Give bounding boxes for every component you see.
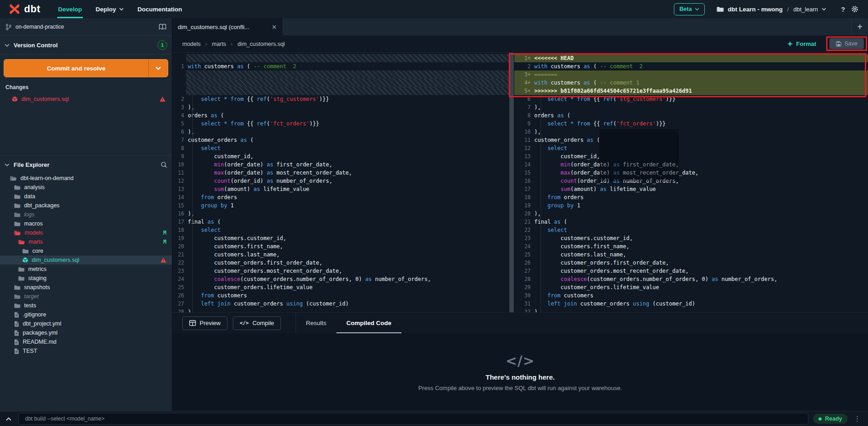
code-line[interactable]: 6 select * from {{ ref('stg_customers')}…	[514, 95, 868, 103]
code-line[interactable]: 14 from orders	[172, 193, 509, 201]
code-line[interactable]: 32)	[514, 308, 868, 312]
code-line[interactable]: 16 count(order_id) as number_of_orders,	[514, 177, 868, 185]
code-line[interactable]: 9 customer_id,	[172, 152, 509, 160]
code-line[interactable]: 30 from customers	[514, 291, 868, 300]
file-tree-item-macros[interactable]: macros	[0, 219, 172, 228]
code-line[interactable]: 9 select * from {{ ref('fct_orders')}}	[514, 120, 868, 128]
collapsed-diff-region[interactable]	[172, 79, 509, 87]
commit-options-caret[interactable]	[148, 60, 168, 77]
file-tree-item-analysis[interactable]: analysis	[0, 183, 172, 192]
code-line[interactable]: 22 customer_orders.first_order_date,	[172, 259, 509, 267]
code-line[interactable]: 25 customers.last_name,	[514, 251, 868, 259]
code-line[interactable]: 28)	[172, 308, 509, 312]
commit-button-label[interactable]: Commit and resolve	[4, 60, 148, 77]
code-line[interactable]: 18 select	[172, 226, 509, 234]
changed-file-dim-customers[interactable]: dim_customers.sql	[0, 94, 172, 104]
new-tab-button[interactable]: +	[851, 18, 868, 35]
tab-results[interactable]: Results	[296, 313, 336, 333]
file-tree-item-target[interactable]: target	[0, 292, 172, 301]
code-line[interactable]: 24 coalesce(customer_orders.number_of_or…	[172, 275, 509, 283]
code-line[interactable]: 27 customer_orders.most_recent_order_dat…	[514, 267, 868, 275]
git-branch-row[interactable]: on-demand-practice	[0, 18, 172, 36]
code-line[interactable]: 15 group by 1	[172, 201, 509, 210]
code-line[interactable]: 5+>>>>>>> b81f802a66fd544504c65721e3ffaa…	[514, 87, 868, 95]
code-line[interactable]: 20),	[514, 210, 868, 218]
file-tree-item-readme-md[interactable]: README.md	[0, 337, 172, 346]
code-line[interactable]: 27 left join customer_orders using (cust…	[172, 300, 509, 308]
collapsed-diff-region[interactable]	[172, 54, 509, 62]
code-line[interactable]: 1+<<<<<<< HEAD	[514, 54, 868, 62]
file-tree-item-models[interactable]: modelsM	[0, 228, 172, 237]
diff-pane-original[interactable]: 1with customers as ( -- comment 22 selec…	[172, 53, 509, 312]
nav-documentation[interactable]: Documentation	[130, 0, 189, 18]
code-line[interactable]: 23 customers.customer_id,	[514, 234, 868, 242]
code-line[interactable]: 2with customers as ( -- comment 2	[514, 62, 868, 70]
code-line[interactable]: 8orders as (	[514, 111, 868, 120]
code-line[interactable]: 4orders as (	[172, 111, 509, 120]
breadcrumb-marts[interactable]: marts	[212, 41, 226, 47]
code-line[interactable]: 10 min(order_date) as first_order_date,	[172, 160, 509, 169]
tab-dim-customers[interactable]: dim_customers.sql (confli... ×	[172, 18, 282, 35]
file-explorer-header[interactable]: File Explorer	[0, 155, 172, 174]
version-control-header[interactable]: Version Control 1	[0, 36, 172, 55]
nav-deploy[interactable]: Deploy	[89, 0, 130, 18]
diff-pane-modified[interactable]: 1+<<<<<<< HEAD2with customers as ( -- co…	[514, 53, 868, 312]
help-button[interactable]: ?	[837, 3, 849, 15]
file-tree-item-marts[interactable]: martsM	[0, 237, 172, 246]
nav-develop[interactable]: Develop	[51, 0, 89, 18]
code-line[interactable]: 3),	[172, 103, 509, 111]
code-line[interactable]: 11customer_orders as (	[514, 136, 868, 144]
breadcrumb-models[interactable]: models	[182, 41, 201, 47]
collapsed-diff-region[interactable]	[172, 87, 509, 95]
file-tree-item-dim-customers-sql[interactable]: dim_customers.sql	[0, 256, 172, 265]
code-line[interactable]: 13 sum(amount) as lifetime_value	[172, 185, 509, 193]
code-line[interactable]: 31 left join customer_orders using (cust…	[514, 300, 868, 308]
commit-and-resolve-button[interactable]: Commit and resolve	[4, 59, 168, 77]
code-line[interactable]: 11 max(order_date) as most_recent_order_…	[172, 169, 509, 177]
code-line[interactable]: 28 coalesce(customer_orders.number_of_or…	[514, 275, 868, 283]
code-line[interactable]: 20 customers.first_name,	[172, 242, 509, 251]
code-line[interactable]: 13 customer_id,	[514, 152, 868, 160]
compile-button[interactable]: </> Compile	[233, 316, 281, 330]
code-line[interactable]: 26 from customers	[172, 291, 509, 300]
code-line[interactable]: 8 select	[172, 144, 509, 152]
code-line[interactable]: 12 select	[514, 144, 868, 152]
code-line[interactable]: 29 customer_orders.lifetime_value	[514, 283, 868, 291]
breadcrumb-file[interactable]: dim_customers.sql	[237, 41, 285, 47]
code-line[interactable]: 21final as (	[514, 218, 868, 226]
close-icon[interactable]: ×	[271, 23, 277, 30]
code-line[interactable]: 22 select	[514, 226, 868, 234]
file-search-button[interactable]	[161, 161, 167, 168]
code-line[interactable]: 17final as (	[172, 218, 509, 226]
file-tree-item-snapshots[interactable]: snapshots	[0, 283, 172, 292]
code-line[interactable]: 6),	[172, 128, 509, 136]
file-tree-item-data[interactable]: data	[0, 192, 172, 201]
code-line[interactable]: 10),	[514, 128, 868, 136]
file-tree-item-logs[interactable]: logs	[0, 210, 172, 219]
file-tree-item-dbt-packages[interactable]: dbt_packages	[0, 201, 172, 210]
expand-panel-button[interactable]	[4, 414, 14, 424]
code-line[interactable]: 7),	[514, 103, 868, 111]
diff-pane-divider[interactable]	[509, 53, 514, 312]
code-line[interactable]: 24 customers.first_name,	[514, 242, 868, 251]
account-project-switcher[interactable]: dbt Learn - mwong / dbt_learn	[717, 6, 826, 13]
code-line[interactable]: 18 from orders	[514, 193, 868, 201]
code-line[interactable]: 12 count(order_id) as number_of_orders,	[172, 177, 509, 185]
code-line[interactable]: 23 customer_orders.most_recent_order_dat…	[172, 267, 509, 275]
file-tree-item-packages-yml[interactable]: packages.yml	[0, 328, 172, 337]
code-line[interactable]: 7customer_orders as (	[172, 136, 509, 144]
save-button[interactable]: Save	[829, 38, 864, 49]
code-line[interactable]: 26 customer_orders.first_order_date,	[514, 259, 868, 267]
code-line[interactable]: 15 max(order_date) as most_recent_order_…	[514, 169, 868, 177]
code-line[interactable]: 1with customers as ( -- comment 2	[172, 62, 509, 70]
code-line[interactable]: 2 select * from {{ ref('stg_customers')}…	[172, 95, 509, 103]
code-line[interactable]: 5 select * from {{ ref('fct_orders')}}	[172, 120, 509, 128]
file-tree-item-test[interactable]: TEST	[0, 346, 172, 356]
file-tree-item-metrics[interactable]: metrics	[0, 265, 172, 274]
code-line[interactable]: 19 customers.customer_id,	[172, 234, 509, 242]
file-tree-item-staging[interactable]: staging	[0, 274, 172, 283]
code-line[interactable]: 19 group by 1	[514, 201, 868, 210]
code-line[interactable]: 16),	[172, 210, 509, 218]
file-tree-item-tests[interactable]: tests	[0, 301, 172, 310]
code-line[interactable]: 4+with customers as ( -- comment 1	[514, 79, 868, 87]
